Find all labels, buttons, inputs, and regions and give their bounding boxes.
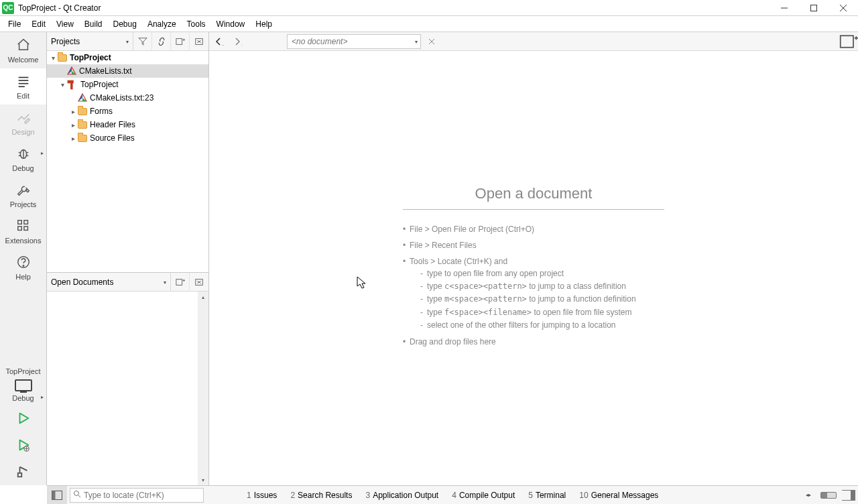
scroll-up-icon[interactable]: ▴ bbox=[198, 292, 208, 302]
kit-selector[interactable]: TopProject Debug ▸ bbox=[0, 365, 46, 405]
menu-window[interactable]: Window bbox=[211, 16, 251, 32]
menu-analyze[interactable]: Analyze bbox=[142, 16, 182, 32]
placeholder-subline: type to open file from any open project bbox=[410, 267, 664, 280]
mode-design[interactable]: Design bbox=[0, 105, 46, 141]
tree-forms[interactable]: ▸ Forms bbox=[47, 105, 208, 118]
nav-back-button[interactable]: . bbox=[209, 32, 228, 51]
mode-help[interactable]: Help bbox=[0, 249, 46, 286]
menu-help[interactable]: Help bbox=[250, 16, 278, 32]
menu-debug[interactable]: Debug bbox=[108, 16, 142, 32]
locator-input[interactable]: Type to locate (Ctrl+K) bbox=[70, 488, 204, 503]
mode-extensions[interactable]: Extensions bbox=[0, 213, 46, 249]
tree-cmake[interactable]: CMakeLists.txt bbox=[47, 64, 208, 78]
tree-label: CMakeLists.txt bbox=[79, 66, 132, 76]
expander-closed-icon[interactable]: ▸ bbox=[68, 121, 78, 129]
panel-close-button[interactable] bbox=[190, 273, 208, 292]
tree-root[interactable]: ▾ TopProject bbox=[47, 51, 208, 64]
tree-sources[interactable]: ▸ Source Files bbox=[47, 131, 208, 145]
svg-rect-15 bbox=[23, 220, 27, 224]
mouse-cursor-icon bbox=[357, 276, 367, 292]
menu-edit[interactable]: Edit bbox=[26, 16, 51, 32]
project-tree[interactable]: ▾ TopProject CMakeLists.txt ▾ TopProject bbox=[47, 51, 208, 272]
menu-build[interactable]: Build bbox=[79, 16, 108, 32]
tree-cmake-err[interactable]: CMakeLists.txt:23 bbox=[47, 91, 208, 105]
output-pane-terminal[interactable]: 5Terminal bbox=[522, 486, 572, 505]
scroll-down-icon[interactable]: ▾ bbox=[198, 475, 208, 485]
expander-closed-icon[interactable]: ▸ bbox=[68, 135, 78, 142]
chevron-right-icon: ▸ bbox=[41, 394, 44, 400]
svg-line-11 bbox=[26, 152, 28, 153]
expander-closed-icon[interactable]: ▸ bbox=[68, 108, 78, 115]
run-debug-button[interactable] bbox=[0, 432, 46, 458]
maximize-button[interactable] bbox=[799, 0, 829, 16]
tree-headers[interactable]: ▸ Header Files bbox=[47, 118, 208, 131]
output-pane-appout[interactable]: 3Application Output bbox=[359, 486, 445, 505]
window-title: TopProject - Qt Creator bbox=[17, 3, 101, 13]
placeholder-subline: type c<space><pattern> to jump to a clas… bbox=[410, 280, 664, 293]
mode-welcome[interactable]: Welcome bbox=[0, 32, 46, 68]
cmake-icon bbox=[67, 66, 76, 76]
filter-button[interactable] bbox=[133, 32, 152, 51]
split-add-button[interactable] bbox=[171, 32, 190, 51]
svg-marker-51 bbox=[357, 277, 365, 288]
tree-label: TopProject bbox=[70, 53, 111, 62]
expander-open-icon[interactable]: ▾ bbox=[58, 81, 67, 88]
minimize-button[interactable] bbox=[770, 0, 799, 16]
mode-debug-label: Debug bbox=[12, 164, 34, 172]
placeholder-title: Open a document bbox=[403, 185, 664, 210]
output-pane-general[interactable]: 10General Messages bbox=[572, 486, 665, 505]
projects-view-label: Projects bbox=[51, 37, 80, 46]
chevron-down-icon: ▾ bbox=[164, 279, 166, 286]
tree-label: Forms bbox=[90, 107, 113, 116]
menu-tools[interactable]: Tools bbox=[182, 16, 211, 32]
menu-view[interactable]: View bbox=[51, 16, 79, 32]
svg-marker-20 bbox=[19, 414, 28, 424]
svg-rect-26 bbox=[176, 38, 182, 44]
mode-edit[interactable]: Edit bbox=[0, 68, 46, 105]
search-icon bbox=[73, 490, 81, 500]
extensions-icon bbox=[16, 218, 31, 235]
placeholder-subline: type m<space><pattern> to jump to a func… bbox=[410, 293, 664, 306]
output-pane-compile[interactable]: 4Compile Output bbox=[445, 486, 522, 505]
close-document-button[interactable] bbox=[424, 34, 440, 50]
chevron-down-icon: ▾ bbox=[126, 39, 129, 45]
link-button[interactable] bbox=[152, 32, 171, 51]
build-button[interactable] bbox=[0, 458, 46, 485]
placeholder-subline: type f<space><filename> to open file fro… bbox=[410, 306, 664, 319]
mode-debug[interactable]: ▸ Debug bbox=[0, 141, 46, 177]
svg-rect-17 bbox=[23, 226, 27, 230]
editor-placeholder: Open a document File > Open File or Proj… bbox=[403, 185, 664, 352]
wrench-icon bbox=[16, 182, 31, 199]
expander-open-icon[interactable]: ▾ bbox=[48, 54, 58, 62]
tree-label: CMakeLists.txt:23 bbox=[90, 93, 154, 103]
tree-subproject[interactable]: ▾ TopProject bbox=[47, 78, 208, 91]
menu-file[interactable]: File bbox=[3, 16, 26, 32]
placeholder-line: File > Recent Files bbox=[403, 239, 664, 251]
split-editor-button[interactable] bbox=[839, 32, 858, 51]
output-pane-menu-button[interactable]: ◂▸ bbox=[799, 492, 818, 498]
panel-close-button[interactable] bbox=[190, 32, 208, 51]
svg-rect-53 bbox=[52, 491, 55, 499]
open-docs-combo[interactable]: Open Documents ▾ bbox=[47, 273, 171, 291]
open-documents-panel: Open Documents ▾ ▴ ▾ bbox=[47, 272, 208, 485]
output-pane-search[interactable]: 2Search Results bbox=[284, 486, 359, 505]
chevron-right-icon: ▸ bbox=[41, 150, 44, 156]
svg-line-13 bbox=[26, 155, 28, 155]
scrollbar[interactable]: ▴ ▾ bbox=[198, 292, 208, 485]
titlebar: QC TopProject - Qt Creator bbox=[0, 0, 858, 16]
bug-icon bbox=[16, 146, 31, 163]
mode-edit-label: Edit bbox=[17, 92, 29, 100]
toggle-right-sidebar-button[interactable] bbox=[842, 490, 855, 501]
mode-projects[interactable]: Projects bbox=[0, 177, 46, 213]
run-button[interactable] bbox=[0, 405, 46, 432]
sidebar: Projects ▾ ▾ TopProject bbox=[47, 32, 209, 485]
close-button[interactable] bbox=[829, 0, 858, 16]
split-add-button[interactable] bbox=[171, 273, 190, 292]
projects-view-combo[interactable]: Projects ▾ bbox=[47, 32, 133, 50]
open-document-combo[interactable]: <no document> ▾ bbox=[287, 34, 421, 49]
toggle-sidebar-button[interactable] bbox=[47, 486, 67, 505]
nav-forward-button[interactable]: . bbox=[228, 32, 247, 51]
output-pane-issues[interactable]: 1Issues bbox=[240, 486, 284, 505]
tree-label: TopProject bbox=[80, 80, 119, 89]
progress-button[interactable] bbox=[820, 492, 837, 499]
